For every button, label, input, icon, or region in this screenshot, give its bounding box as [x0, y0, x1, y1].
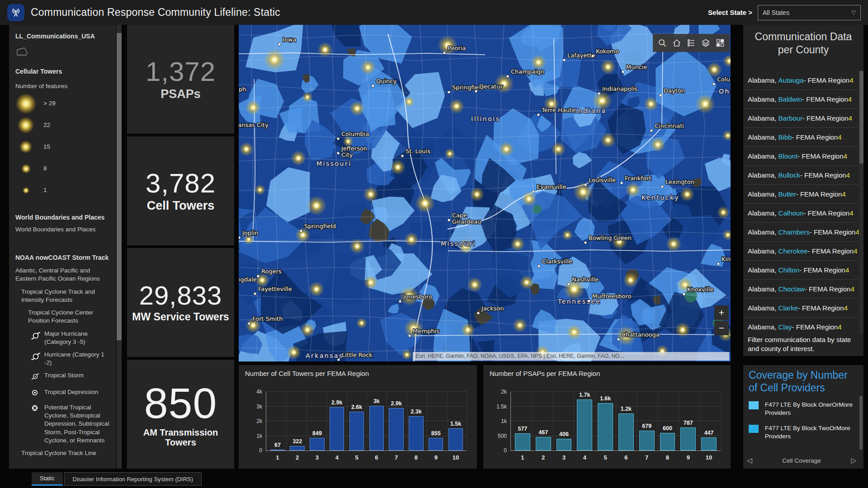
coverage-scrollbar-thumb[interactable]: [859, 396, 863, 450]
bar[interactable]: [429, 438, 443, 450]
feature-size-row: > 29: [15, 93, 111, 114]
county-row[interactable]: Alabama, Clarke - FEMA Region 4: [743, 299, 859, 318]
county-row-state: Alabama,: [748, 133, 778, 141]
x-axis-label: 4: [335, 454, 339, 461]
legend-label: F477 LTE By Block TwoOrMore Providers: [765, 424, 858, 441]
bar[interactable]: [515, 433, 530, 450]
city-label: Joplin: [242, 230, 259, 236]
map-tool-legend-icon[interactable]: [684, 36, 698, 50]
county-row-name: Chambers: [778, 228, 810, 236]
county-row[interactable]: Alabama, Butler - FEMA Region 4: [743, 185, 859, 204]
map-view[interactable]: MissouriIllinoisIndianaKentuckyTennessee…: [239, 25, 731, 361]
cellular-towers-title: Cellular Towers: [15, 67, 111, 76]
y-axis-tick-label: 0: [504, 447, 507, 454]
bar[interactable]: [660, 433, 675, 450]
map-tool-home-icon[interactable]: [670, 36, 684, 50]
storm-legend-label: Potential Tropical Cyclone, Subtropical …: [44, 404, 111, 445]
county-row[interactable]: Alabama, Autauga - FEMA Region 4: [743, 71, 859, 90]
bar-group: 1.2k6: [616, 392, 637, 450]
bar[interactable]: [310, 438, 324, 450]
bar[interactable]: [536, 437, 551, 450]
county-row[interactable]: Alabama, Bibb - FEMA Region 4: [743, 128, 859, 147]
bar[interactable]: [270, 450, 285, 450]
y-axis-tick-label: 1k: [501, 418, 507, 424]
bar[interactable]: [409, 416, 423, 450]
bar[interactable]: [577, 399, 592, 450]
county-list-scrollbar-thumb[interactable]: [859, 71, 863, 164]
legend-label: F477 LTE By Block OnerOrMore Providers: [765, 401, 858, 417]
bar[interactable]: [680, 427, 696, 450]
county-list-scrollbar[interactable]: [859, 71, 863, 333]
cell-towers-chart-panel: Number of Cell Towers per FEMA Region 01…: [239, 365, 477, 469]
bar[interactable]: [389, 408, 403, 450]
bar[interactable]: [598, 403, 613, 450]
county-row[interactable]: Alabama, Chambers - FEMA Region 4: [743, 223, 859, 242]
coverage-next-button[interactable]: ▷: [851, 456, 856, 465]
bar[interactable]: [448, 428, 463, 450]
county-row[interactable]: Alabama, Bullock - FEMA Region 4: [743, 166, 859, 185]
city-dot: [620, 182, 623, 184]
zoom-out-button[interactable]: −: [714, 321, 729, 335]
coverage-prev-button[interactable]: ◁: [747, 456, 752, 465]
bar[interactable]: [349, 412, 364, 450]
feature-size-label: > 29: [43, 99, 56, 108]
bar-group: 2.9k7: [387, 392, 406, 450]
county-row[interactable]: Alabama, Cherokee - FEMA Region 4: [743, 242, 859, 261]
coverage-scrollbar[interactable]: [859, 371, 863, 450]
state-dropdown[interactable]: All States ▽: [758, 5, 861, 20]
stat-value: 850: [144, 381, 217, 426]
bar[interactable]: [330, 407, 344, 450]
bar[interactable]: [557, 439, 572, 450]
bar[interactable]: [290, 446, 304, 450]
feature-size-label: 15: [43, 143, 50, 151]
city-label: Springfield: [304, 223, 336, 230]
sidebar-scrollbar[interactable]: [117, 25, 122, 469]
tab-disaster-information-reporting-system-dirs[interactable]: Disaster Information Reporting System (D…: [64, 472, 202, 486]
map-tool-search-icon[interactable]: [656, 36, 669, 50]
stat-card: 3,782Cell Towers: [127, 136, 234, 245]
county-list: Alabama, Autauga - FEMA Region 4Alabama,…: [743, 71, 859, 333]
county-row[interactable]: Alabama, Barbour - FEMA Region 4: [743, 109, 859, 128]
county-row-region-prefix: - FEMA Region: [800, 171, 846, 179]
map-tool-basemap-icon[interactable]: [713, 36, 727, 50]
city-label: Iowa: [283, 36, 296, 43]
bar-value-label: 1.5k: [450, 421, 461, 427]
bar[interactable]: [701, 437, 717, 450]
stat-label: AM Transmission Towers: [131, 427, 231, 447]
city-label: Louisville: [589, 177, 616, 183]
psaps-chart-panel: Number of PSAPs per FEMA Region 05001k1.…: [483, 365, 731, 469]
state-label: Ohio: [719, 88, 731, 95]
city-label: St. Joseph: [239, 86, 246, 93]
coverage-legend-item: F477 LTE By Block OnerOrMore Providers: [749, 401, 858, 417]
x-axis-label: 7: [645, 454, 648, 461]
zoom-in-button[interactable]: +: [714, 305, 729, 320]
state-label: Indiana: [575, 107, 606, 114]
county-row[interactable]: Alabama, Choctaw - FEMA Region 4: [743, 280, 859, 299]
noaa-storm-track-title: NOAA nowCOAST Storm Track: [15, 253, 111, 262]
city-dot: [591, 55, 594, 57]
storm-legend-label: Hurricane (Category 1 -2): [44, 351, 111, 367]
bar[interactable]: [639, 431, 655, 450]
bar[interactable]: [618, 413, 634, 450]
county-row[interactable]: Alabama, Blount - FEMA Region 4: [743, 147, 859, 166]
county-row[interactable]: Alabama, Calhoun - FEMA Region 4: [743, 204, 859, 223]
county-row[interactable]: Alabama, Clay - FEMA Region 4: [743, 318, 859, 333]
city-label: Nashville: [572, 276, 599, 283]
county-row[interactable]: Alabama, Baldwin - FEMA Region 4: [743, 90, 859, 109]
county-row-name: Bullock: [778, 171, 800, 179]
bar-value-label: 322: [292, 438, 302, 445]
world-boundaries-title: World Boundaries and Places: [15, 213, 111, 222]
bar[interactable]: [369, 406, 384, 450]
city-label: Evansville: [537, 183, 566, 190]
map-toolbar: [653, 34, 730, 52]
city-dot: [712, 83, 715, 85]
county-row[interactable]: Alabama, Chilton - FEMA Region 4: [743, 261, 859, 280]
map-tool-layers-icon[interactable]: [699, 36, 712, 50]
state-label: Kentucky: [642, 194, 679, 201]
bar-value-label: 855: [431, 430, 441, 436]
sidebar-scrollbar-thumb[interactable]: [117, 33, 122, 340]
city-dot: [248, 322, 250, 325]
x-axis-label: 3: [562, 454, 566, 461]
tab-static[interactable]: Static: [32, 472, 63, 486]
bar-value-label: 67: [274, 442, 281, 448]
